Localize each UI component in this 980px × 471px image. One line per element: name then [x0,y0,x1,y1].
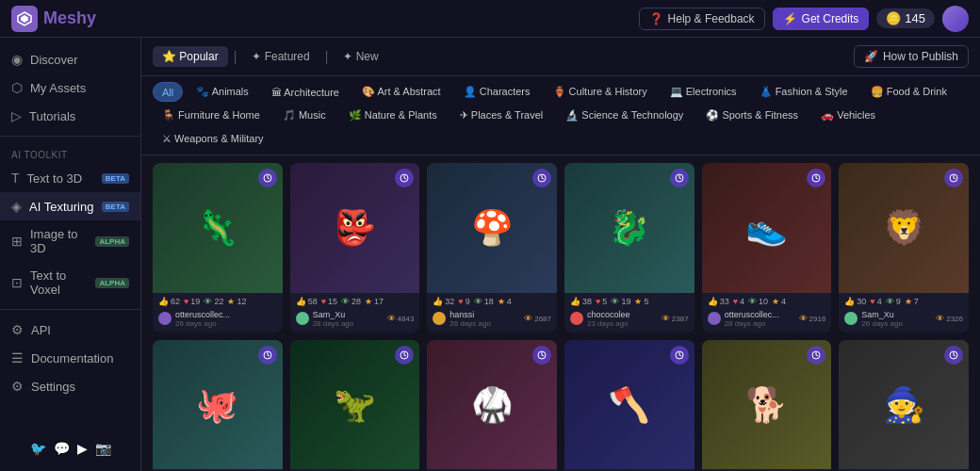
card-item[interactable]: 🐉 👍38 ♥5 👁19 ★5 chococolee 23 days ago 👁… [564,163,694,333]
instagram-icon[interactable]: 📷 [95,441,111,456]
help-feedback-button[interactable]: ❓ Help & Feedback [639,8,765,30]
stat-views: 👁9 [886,297,901,306]
card-item[interactable]: 🥋 👍14 ♥5 👁18 ★7 otteruscollec... 27 days… [427,340,557,471]
author-time: 26 days ago [449,319,491,328]
sidebar-item-text-to-voxel[interactable]: ⊡ Text to Voxel ALPHA [0,262,140,303]
stat-stars: ★4 [772,297,786,306]
tutorials-icon: ▷ [11,108,22,123]
content-area: ⭐ Popular | ✦ Featured | ✦ New 🚀 How to … [141,38,980,471]
cat-furniture[interactable]: 🪑 Furniture & Home [153,106,270,125]
cat-music[interactable]: 🎵 Music [273,106,335,125]
cat-places[interactable]: ✈ Places & Travel [450,106,552,125]
tab-separator-2: | [325,49,329,64]
author-info: otteruscollec... 26 days ago [175,310,230,328]
sidebar-item-api[interactable]: ⚙ API [0,316,140,344]
discover-icon: ◉ [11,52,23,67]
card-item[interactable]: 🧙 👍28 ♥8 👁15 ★5 Sam_Xu 26 days ago 👁2326 [839,340,969,471]
cat-fashion[interactable]: 👗 Fashion & Style [750,82,858,102]
stat-hearts: ♥19 [184,297,200,306]
card-item[interactable]: 🐕 👍14 ♥5 👁18 ★7 hanssi 26 days ago 👁2387 [702,340,832,471]
credits-count: 🪙 145 [876,8,935,28]
sidebar-item-documentation[interactable]: ☰ Documentation [0,344,140,372]
tab-new[interactable]: ✦ New [334,46,387,67]
avatar[interactable] [942,6,969,32]
cat-all[interactable]: All [153,82,183,102]
content-tabs: ⭐ Popular | ✦ Featured | ✦ New 🚀 How to … [153,45,969,68]
logo-icon [11,6,38,32]
card-author: chococolee 23 days ago 👁2387 [564,310,694,333]
sidebar-item-text-to-3d[interactable]: T Text to 3D BETA [0,164,140,192]
cat-architecture[interactable]: 🏛 Architecture [262,82,349,102]
card-item[interactable]: 🦎 👍62 ♥19 👁22 ★12 otteruscollec... 26 da… [153,163,283,333]
brand-name: Meshy [43,8,96,28]
get-credits-button[interactable]: ⚡ Get Credits [773,8,870,30]
stat-views: 👁10 [748,297,768,306]
cat-characters[interactable]: 👤 Characters [454,82,540,102]
sidebar-item-image-to-3d[interactable]: ⊞ Image to 3D ALPHA [0,220,140,262]
stat-likes: 👍32 [433,297,454,306]
lightning-icon: ⚡ [783,12,797,25]
cat-nature[interactable]: 🌿 Nature & Plants [339,106,447,125]
cat-science[interactable]: 🔬 Science & Technology [556,106,693,125]
card-item[interactable]: 🍄 👍32 ♥9 👁18 ★4 hanssi 26 days ago 👁2687 [427,163,557,333]
logo[interactable]: Meshy [11,6,96,32]
card-stats: 👍38 ♥5 👁19 ★5 [564,293,694,310]
sidebar-divider-1 [0,136,140,137]
tab-featured[interactable]: ✦ Featured [242,46,318,67]
card-thumbnail: 🍄 [427,163,557,293]
card-author: otteruscollec... 26 days ago [153,310,283,333]
sidebar-item-discover[interactable]: ◉ Discover [0,45,140,73]
heart-icon: ♥ [870,297,874,306]
card-item[interactable]: 🦖 👍34 ♥4 👁12 ★3 Sam_Xu 26 days ago 👁1775 [290,340,420,471]
card-author: hanssi 26 days ago 👁2687 [427,310,557,333]
youtube-icon[interactable]: ▶ [77,441,88,456]
sidebar-item-my-assets[interactable]: ⬡ My Assets [0,73,140,102]
card-item[interactable]: 🐙 👍12 ♥2 👁9 ★2 Dott 25 days ago 👁627 [153,340,283,471]
my-assets-icon: ⬡ [11,80,23,95]
author-name: Sam_Xu [313,310,354,319]
cat-art[interactable]: 🎨 Art & Abstract [352,82,450,102]
cat-food[interactable]: 🍔 Food & Drink [861,82,956,102]
card-stats: 👍30 ♥4 👁9 ★7 [839,293,969,310]
stat-views: 👁18 [474,297,494,306]
tab-popular[interactable]: ⭐ Popular [153,46,228,67]
sidebar-item-tutorials[interactable]: ▷ Tutorials [0,102,140,130]
card-author: otteruscollec... 28 days ago 👁2916 [702,310,832,333]
cat-animals[interactable]: 🐾 Animals [187,82,258,102]
author-info: Sam_Xu 28 days ago [313,310,354,328]
sidebar-item-settings[interactable]: ⚙ Settings [0,372,140,400]
stat-stars: ★7 [905,297,919,306]
card-thumbnail: 🥋 [427,340,557,470]
cat-electronics[interactable]: 💻 Electronics [661,82,746,102]
sidebar-item-ai-texturing[interactable]: ◈ AI Texturing BETA [0,192,140,220]
grid-area: 🦎 👍62 ♥19 👁22 ★12 otteruscollec... 26 da… [141,155,980,471]
eye-icon: 👁 [474,297,482,306]
svg-marker-1 [21,15,28,23]
download-count-icon: 👁 [524,314,532,323]
heart-icon: ♥ [458,297,463,306]
card-item[interactable]: 🪓 👍20 ♥2 👁8 ★3 Kevin 44 days ago 👁1387 [564,340,694,471]
how-to-publish-button[interactable]: 🚀 How to Publish [854,45,969,68]
ai-badge-icon [532,169,551,187]
ai-texturing-badge: BETA [102,202,129,212]
cat-culture[interactable]: 🏺 Culture & History [544,82,657,102]
card-item[interactable]: 🦁 👍30 ♥4 👁9 ★7 Sam_Xu 26 days ago 👁2326 [839,163,969,333]
twitter-icon[interactable]: 🐦 [30,441,46,456]
author-avatar [570,312,583,325]
thumbs-up-icon: 👍 [570,297,580,306]
cat-weapons[interactable]: ⚔ Weapons & Military [153,129,273,149]
author-time: 23 days ago [587,319,630,328]
card-item[interactable]: 👟 👍33 ♥4 👁10 ★4 otteruscollec... 28 days… [702,163,832,333]
help-icon: ❓ [649,12,663,25]
download-count-icon: 👁 [662,314,670,323]
cat-sports[interactable]: ⚽ Sports & Fitness [696,106,808,125]
text-to-3d-icon: T [11,171,20,186]
ai-badge-icon [944,346,963,365]
card-stats: 👍32 ♥9 👁18 ★4 [427,293,557,310]
card-item[interactable]: 👺 👍58 ♥15 👁28 ★17 Sam_Xu 28 days ago 👁48… [290,163,420,333]
cat-vehicles[interactable]: 🚗 Vehicles [811,106,885,125]
stat-stars: ★17 [365,297,384,306]
author-info: hanssi 26 days ago [449,310,491,328]
discord-icon[interactable]: 💬 [54,441,70,456]
author-avatar [158,312,172,325]
